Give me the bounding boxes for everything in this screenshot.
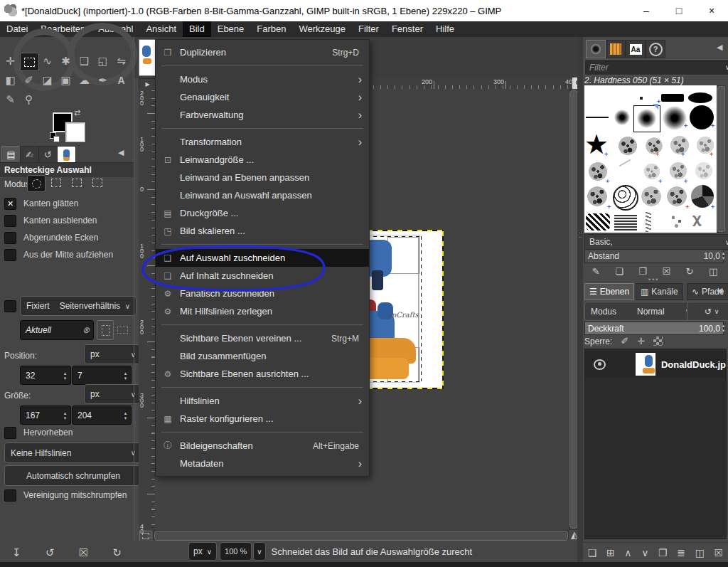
menubar-item[interactable]: Ansicht xyxy=(139,21,183,37)
brush-grid-scrollbar[interactable] xyxy=(717,85,724,233)
raise-layer-button[interactable]: ∧ xyxy=(624,547,631,558)
auto-shrink-button[interactable]: Automatisch schrumpfen xyxy=(4,465,142,486)
menu-item-auf-inhalt-zuschneiden[interactable]: ❑ Auf Inhalt zuschneiden xyxy=(156,267,369,285)
menu-item[interactable] xyxy=(156,428,369,437)
collapse-dock-icon[interactable]: ◀ xyxy=(717,286,722,295)
fuzzy-select-tool[interactable]: ✱ xyxy=(57,53,75,70)
refresh-brushes-button[interactable]: ↻ xyxy=(686,266,694,277)
tab-tool-options[interactable]: ▤ xyxy=(1,146,21,163)
close-button[interactable]: × xyxy=(695,0,728,21)
merge-down-button[interactable]: ≣ xyxy=(677,547,685,558)
reset-tool-options-button[interactable]: ↻ xyxy=(112,546,122,559)
horizontal-scrollbar[interactable] xyxy=(153,530,569,540)
tab-undo-history[interactable]: ↺ xyxy=(38,146,58,163)
clear-icon[interactable]: ⊗ xyxy=(82,325,90,335)
swap-colors-icon[interactable]: ⇄ xyxy=(74,108,80,117)
statusbar-zoom-dropdown[interactable]: ∨ xyxy=(253,542,265,561)
tab-kanaele[interactable]: ▥Kanäle xyxy=(636,283,683,300)
position-x-field[interactable]: 32 ▴▾ xyxy=(20,366,71,385)
layer-mode-reset-button[interactable]: ↺∨ xyxy=(687,302,728,321)
delete-tool-preset-button[interactable]: ☒ xyxy=(79,546,88,559)
tab-device-status[interactable]: ✍ xyxy=(20,146,39,163)
save-tool-preset-button[interactable]: ↧ xyxy=(12,546,21,559)
menu-item-genauigkeit[interactable]: Genauigkeit › xyxy=(156,88,369,106)
image-tab-thumbnail[interactable] xyxy=(139,39,156,76)
landscape-orientation-button[interactable] xyxy=(114,320,130,339)
quick-mask-toggle[interactable] xyxy=(139,531,151,541)
aspect-ratio-input[interactable]: Aktuell ⊗ xyxy=(20,320,94,340)
menu-item-duplizieren[interactable]: ❐ Duplizieren Strg+D xyxy=(156,43,369,61)
menu-item-transformation[interactable]: Transformation › xyxy=(156,133,369,151)
menubar-item[interactable]: Ebene xyxy=(211,21,251,37)
checkbox-aus-der-mitte[interactable]: ✕ Aus der Mitte aufziehen xyxy=(4,246,131,263)
tab-ebenen[interactable]: ☰Ebenen xyxy=(584,283,634,300)
layer-name[interactable]: DonaldDuck.jp xyxy=(661,359,726,370)
menu-item[interactable] xyxy=(156,383,369,392)
new-layer-button[interactable]: ❏ xyxy=(588,547,597,558)
brush-group-combo[interactable]: Basic, ∨ xyxy=(584,234,728,250)
opacity-slider[interactable]: Deckkraft 100,0 xyxy=(584,322,724,335)
lower-layer-button[interactable]: ∨ xyxy=(641,547,648,558)
mode-subtract[interactable] xyxy=(68,175,85,191)
collapse-dock-icon[interactable]: ◀ xyxy=(118,148,124,157)
mode-intersect[interactable] xyxy=(89,175,106,191)
clone-tool[interactable]: ▣ xyxy=(57,72,75,89)
vertical-scrollbar[interactable] xyxy=(569,89,577,530)
size-width-field[interactable]: 167 ▴▾ xyxy=(20,406,71,425)
color-picker-tool[interactable]: ✎ xyxy=(1,91,19,108)
eraser-tool[interactable]: ◪ xyxy=(38,72,56,89)
menu-item-bildeigenschaften[interactable]: ⓘ Bildeigenschaften Alt+Eingabe xyxy=(156,437,369,455)
menu-item[interactable] xyxy=(156,61,369,70)
tab-brushes[interactable] xyxy=(586,40,606,58)
guides-combo[interactable]: Keine Hilfslinien∨ xyxy=(4,443,142,463)
menu-item[interactable] xyxy=(156,124,369,133)
layer-mode-combo[interactable]: Modus Normal ∨ xyxy=(584,302,697,321)
title-bar[interactable]: *[DonaldDuck] (importiert)-1.0 (RGB-Farb… xyxy=(0,0,728,21)
maximize-button[interactable]: □ xyxy=(663,0,695,21)
collapse-dock-icon[interactable]: ◀ xyxy=(717,43,722,52)
menu-item-druckgroesse[interactable]: ▤ Druckgröße ... xyxy=(156,204,369,222)
left-splitter[interactable] xyxy=(134,37,134,562)
anchor-layer-button[interactable]: ◫ xyxy=(695,547,705,558)
right-splitter[interactable] xyxy=(577,37,583,562)
tab-document-history[interactable]: ? xyxy=(646,40,665,58)
new-layer-group-button[interactable]: ⊞ xyxy=(606,547,615,558)
menu-item-farbverwaltung[interactable]: Farbverwaltung › xyxy=(156,106,369,124)
menu-item-leinwand-auswahl[interactable]: Leinwand an Auswahl anpassen xyxy=(156,186,369,204)
zoom-tool[interactable]: ⚲ xyxy=(20,91,38,108)
move-tool[interactable]: ✛ xyxy=(1,53,19,70)
menu-item-mit-hilfslinien-zerlegen[interactable]: ⚙ Mit Hilfslinien zerlegen xyxy=(156,302,369,320)
restore-tool-preset-button[interactable]: ↺ xyxy=(46,546,55,559)
ink-tool[interactable]: ✒ xyxy=(94,72,112,89)
bucket-fill-tool[interactable]: ◧ xyxy=(1,72,19,89)
tab-patterns[interactable] xyxy=(606,40,626,58)
menubar-item[interactable]: Filter xyxy=(352,21,385,37)
delete-brush-button[interactable]: ☒ xyxy=(662,266,670,277)
checkbox-abgerundete-ecken[interactable]: ✕ Abgerundete Ecken xyxy=(4,229,131,246)
menu-item-sichtbare-ebenen-ausrichten[interactable]: ⚙ Sichtbare Ebenen ausrichten ... xyxy=(156,365,369,383)
menubar-item[interactable]: Fenster xyxy=(385,21,429,37)
brush-filter-input[interactable]: Filter ∨ xyxy=(584,59,728,75)
layers-list[interactable]: DonaldDuck.jp xyxy=(584,349,727,539)
checkbox-kanten-glaetten[interactable]: ✕ Kanten glätten xyxy=(4,195,131,212)
position-y-field[interactable]: 7 ▴▾ xyxy=(72,366,132,385)
menu-item-bild-zusammenfuegen[interactable]: Bild zusammenfügen xyxy=(156,347,369,365)
new-brush-button[interactable]: ❏ xyxy=(615,266,623,277)
flip-tool[interactable]: ⇋ xyxy=(112,53,130,70)
menubar-item[interactable]: Bild xyxy=(183,21,211,37)
duplicate-brush-button[interactable]: ❐ xyxy=(638,266,647,277)
minimize-button[interactable]: – xyxy=(630,0,663,21)
lock-alpha-icon[interactable] xyxy=(653,337,663,346)
duplicate-layer-button[interactable]: ❐ xyxy=(658,547,668,558)
checkbox-kanten-ausblenden[interactable]: ✕ Kanten ausblenden xyxy=(4,212,131,229)
brush-spacing-slider[interactable]: Abstand 10,0 xyxy=(584,249,724,263)
dock-splitter-handle[interactable]: ••• xyxy=(648,276,659,283)
highlight-checkbox[interactable]: Hervorheben xyxy=(4,424,73,441)
free-select-tool[interactable]: ∿ xyxy=(38,53,56,70)
background-color-swatch[interactable] xyxy=(65,122,85,142)
crop-tool[interactable]: ❑ xyxy=(75,53,93,70)
menu-item-auf-auswahl-zuschneiden[interactable]: ❑ Auf Auswahl zuschneiden xyxy=(156,249,369,267)
delete-layer-button[interactable]: ☒ xyxy=(714,547,724,558)
text-tool[interactable]: A xyxy=(112,72,130,89)
mode-add[interactable] xyxy=(48,175,65,191)
